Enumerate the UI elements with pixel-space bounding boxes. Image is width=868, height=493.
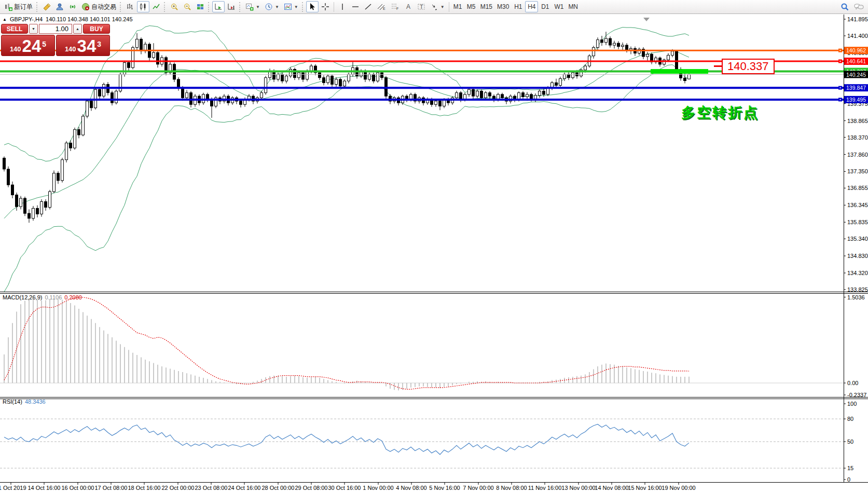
svg-text:A: A — [406, 3, 410, 10]
timeframe-m1-button[interactable]: M1 — [451, 1, 464, 12]
search-icon — [841, 3, 849, 11]
svg-text:137.350: 137.350 — [847, 168, 868, 174]
one-click-trading-panel: SELL ▼ 1.00 ▲ BUY 140 24 5 140 34 3 — [1, 24, 110, 56]
timeframe-d1-button[interactable]: D1 — [539, 1, 552, 12]
history-center-button[interactable] — [40, 1, 53, 12]
volume-input[interactable]: 1.00 — [39, 24, 72, 34]
svg-text:135.340: 135.340 — [847, 236, 868, 242]
chart-window[interactable]: 141.895141.400140.890139.375138.865138.3… — [0, 15, 868, 493]
toolbar-grip — [36, 2, 39, 12]
signals-button[interactable] — [66, 1, 79, 12]
chart-quotes: 140.110 140.348 140.101 140.245 — [46, 16, 132, 22]
toolbar-separator — [334, 2, 334, 12]
periods-button[interactable]: ▼ — [263, 1, 281, 12]
sell-price-big: 24 — [22, 38, 42, 54]
autotrading-button[interactable]: 自动交易 — [79, 1, 118, 12]
chinese-annotation[interactable]: 多空转折点 — [681, 103, 759, 122]
trendline-tool-button[interactable] — [362, 1, 375, 12]
svg-text:135.835: 135.835 — [847, 219, 868, 225]
svg-text:50: 50 — [847, 439, 853, 445]
macd-label: MACD(12,26,9) 0.1106 0.2080 — [3, 294, 82, 300]
collapse-trade-panel-icon[interactable]: ▲ — [3, 17, 7, 22]
toolbar-grip — [239, 2, 242, 12]
templates-button[interactable]: ▼ — [282, 1, 300, 12]
line-chart-button[interactable] — [150, 1, 162, 12]
bar-chart-button[interactable] — [124, 1, 136, 12]
hline-tool-button[interactable] — [349, 1, 362, 12]
autotrading-icon — [81, 3, 90, 11]
sell-button[interactable]: SELL — [1, 24, 28, 34]
text-tool-button[interactable]: A — [402, 1, 415, 12]
vline-tool-button[interactable] — [336, 1, 349, 12]
text-icon: A — [404, 3, 412, 11]
svg-text:0: 0 — [847, 476, 850, 483]
timeframe-h1-button[interactable]: H1 — [512, 1, 525, 12]
price-line-label: 139.495 — [844, 96, 868, 103]
svg-text:4 Nov 08:00: 4 Nov 08:00 — [396, 485, 426, 491]
svg-text:139.847: 139.847 — [846, 85, 866, 91]
search-button[interactable] — [838, 1, 851, 12]
new-order-icon — [4, 3, 12, 11]
arrows-icon — [430, 3, 438, 11]
new-order-button[interactable]: 新订单 — [2, 1, 35, 12]
zoom-in-icon — [170, 3, 178, 11]
timeframe-m30-button[interactable]: M30 — [495, 1, 511, 12]
timeframe-m5-button[interactable]: M5 — [465, 1, 478, 12]
svg-text:7 Nov 00:00: 7 Nov 00:00 — [463, 485, 493, 491]
label-tool-button[interactable]: T — [415, 1, 428, 12]
zoom-in-button[interactable] — [168, 1, 181, 12]
highlight-bar-object[interactable] — [651, 69, 708, 74]
auto-scroll-button[interactable] — [212, 1, 225, 12]
svg-text:140.641: 140.641 — [846, 58, 866, 64]
fibonacci-tool-button[interactable]: F — [389, 1, 402, 12]
svg-text:133.825: 133.825 — [847, 286, 868, 293]
svg-text:E: E — [383, 7, 385, 10]
timeframe-m15-button[interactable]: M15 — [478, 1, 494, 12]
cursor-tool-button[interactable] — [306, 1, 319, 12]
crosshair-icon — [321, 3, 329, 11]
chat-bubbles-icon — [854, 3, 864, 11]
channel-tool-button[interactable]: E — [375, 1, 388, 12]
arrows-tool-button[interactable]: ▼ — [428, 1, 447, 12]
timeframe-h4-button[interactable]: H4 — [525, 1, 538, 12]
chat-button[interactable] — [852, 1, 866, 12]
svg-text:141.400: 141.400 — [847, 33, 868, 39]
svg-text:134.830: 134.830 — [847, 253, 868, 259]
sell-price-panel[interactable]: 140 24 5 — [1, 35, 55, 56]
tile-windows-button[interactable] — [194, 1, 206, 12]
svg-text:T: T — [420, 4, 423, 10]
svg-text:138.370: 138.370 — [847, 134, 868, 141]
buy-button[interactable]: BUY — [83, 24, 110, 34]
candlestick-chart-button[interactable] — [137, 1, 149, 12]
crosshair-tool-button[interactable] — [319, 1, 332, 12]
svg-text:134.320: 134.320 — [847, 270, 868, 276]
zoom-out-button[interactable] — [181, 1, 194, 12]
community-button[interactable] — [53, 1, 66, 12]
new-order-label: 新订单 — [14, 3, 33, 11]
macd-name: MACD(12,26,9) — [3, 294, 42, 300]
svg-text:14 Oct 16:00: 14 Oct 16:00 — [28, 485, 61, 491]
svg-text:1 Nov 00:00: 1 Nov 00:00 — [363, 485, 393, 491]
book-icon — [43, 3, 51, 11]
macd-value-signal: 0.2080 — [64, 294, 82, 300]
chart-canvas[interactable]: 141.895141.400140.890139.375138.865138.3… — [0, 15, 868, 493]
label-icon: T — [417, 3, 425, 11]
chart-shift-button[interactable] — [225, 1, 238, 12]
svg-text:30 Oct 16:00: 30 Oct 16:00 — [328, 485, 361, 491]
clock-icon — [265, 3, 273, 11]
svg-text:15 Nov 16:00: 15 Nov 16:00 — [628, 485, 662, 491]
volume-increase-button[interactable]: ▲ — [73, 24, 82, 34]
toolbar-grip — [208, 2, 211, 12]
indicators-button[interactable]: ▼ — [243, 1, 262, 12]
buy-price-sup: 3 — [97, 36, 101, 52]
buy-price-panel[interactable]: 140 34 3 — [56, 35, 110, 56]
svg-text:13 Nov 00:00: 13 Nov 00:00 — [561, 485, 595, 491]
fibonacci-icon: F — [391, 3, 399, 11]
timeframe-mn-button[interactable]: MN — [566, 1, 580, 12]
rsi-label: RSI(14) 48.3436 — [3, 399, 46, 405]
svg-text:15: 15 — [847, 465, 853, 471]
sell-price-prefix: 140 — [10, 44, 21, 54]
volume-decrease-button[interactable]: ▼ — [29, 24, 38, 34]
price-callout[interactable]: 140.337 — [722, 59, 775, 74]
timeframe-w1-button[interactable]: W1 — [552, 1, 566, 12]
